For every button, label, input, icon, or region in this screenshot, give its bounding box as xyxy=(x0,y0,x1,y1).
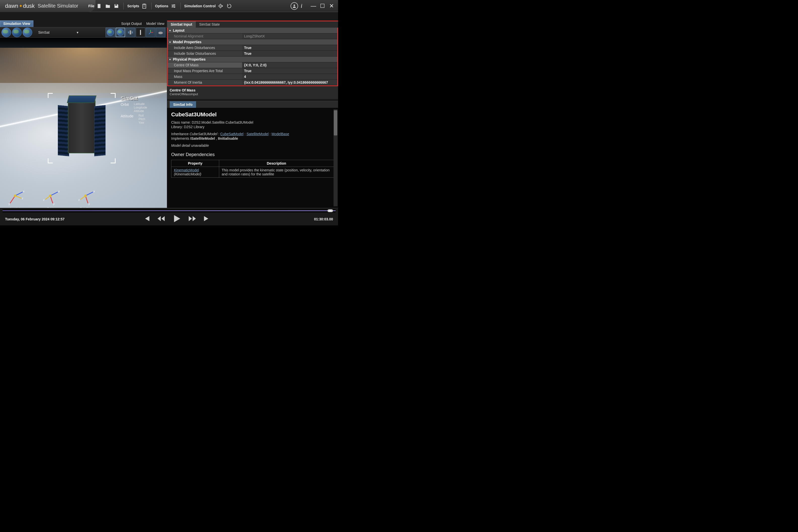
globe-view-1-icon[interactable] xyxy=(1,27,11,37)
tab-model-view[interactable]: Model View xyxy=(146,22,164,26)
prop-val-total[interactable]: True xyxy=(242,68,337,74)
hud-roll: Roll xyxy=(138,114,145,117)
svg-text:z: z xyxy=(22,197,23,200)
axes-indicators: xyz Inertial xyz Orbit xyz Satellite xyxy=(5,188,95,208)
svg-rect-11 xyxy=(174,6,175,7)
menu-file[interactable]: File xyxy=(88,4,94,8)
svg-line-37 xyxy=(86,192,93,196)
timeline[interactable] xyxy=(2,209,336,213)
prop-val-solar[interactable]: True xyxy=(242,51,337,56)
property-detail: Centre Of Mass CentreOfMassInput xyxy=(167,86,338,99)
info-implements-label: Implements xyxy=(171,136,190,140)
brand-star-icon: ✦ xyxy=(19,3,23,9)
app-brand: dawn ✦ dusk Satellite Simulator xyxy=(0,3,78,9)
save-file-icon[interactable] xyxy=(113,2,120,10)
info-inh-self: CubeSat3UModel xyxy=(190,132,217,136)
maximize-button[interactable]: ☐ xyxy=(320,3,325,9)
play-button[interactable] xyxy=(171,213,182,225)
tab-simsat-input[interactable]: SimSat Input xyxy=(167,21,196,27)
info-library-label: Library: xyxy=(171,125,184,129)
svg-rect-9 xyxy=(174,4,175,5)
rewind-button[interactable] xyxy=(157,214,165,224)
reset-icon[interactable] xyxy=(226,2,233,10)
close-button[interactable]: ✕ xyxy=(328,3,335,9)
clipboard-icon[interactable] xyxy=(141,2,148,10)
skip-start-button[interactable] xyxy=(142,214,151,224)
prop-val-aero[interactable]: True xyxy=(242,45,337,51)
prop-key-moi[interactable]: Moment Of Inertia xyxy=(168,80,242,85)
tab-simsat-info[interactable]: SimSat Info xyxy=(170,101,196,108)
skip-end-button[interactable] xyxy=(203,214,211,224)
prop-val-moi[interactable]: {Ixx:0.0418666666666667, Iyy:0.041866666… xyxy=(242,80,337,85)
property-detail-title: Centre Of Mass xyxy=(170,88,336,92)
dep-th-description: Description xyxy=(219,160,334,167)
prop-key-solar[interactable]: Include Solar Disturbances xyxy=(168,51,242,56)
section-layout[interactable]: ▾Layout xyxy=(168,27,337,34)
table-row: KinematicModel(KinematicModel) This mode… xyxy=(171,167,334,178)
svg-rect-3 xyxy=(143,3,145,4)
tool-earth-closeup-icon[interactable] xyxy=(116,27,125,37)
user-avatar-icon[interactable] xyxy=(290,2,298,10)
hud-longitude: Longitude xyxy=(134,106,147,109)
svg-rect-16 xyxy=(128,32,129,34)
section-physical-properties[interactable]: ▾Physical Properties xyxy=(168,57,337,62)
hud-pitch: Pitch xyxy=(138,117,145,121)
info-owner-deps-heading: Owner Dependencies xyxy=(171,152,334,157)
prop-key-com[interactable]: Centre Of Mass xyxy=(168,62,242,68)
svg-text:x: x xyxy=(94,190,95,193)
tab-simulation-view[interactable]: Simulation View xyxy=(0,20,34,27)
open-file-icon[interactable] xyxy=(104,2,111,10)
info-icon[interactable]: i xyxy=(301,2,302,9)
scrollbar-thumb[interactable] xyxy=(334,110,337,135)
prop-key-nominal-alignment[interactable]: Nominal Alignment xyxy=(168,34,242,39)
axes-orbit-label: Orbit xyxy=(40,207,60,208)
svg-rect-18 xyxy=(140,30,141,35)
prop-key-mass[interactable]: Mass xyxy=(168,74,242,79)
prop-val-nominal-alignment[interactable]: LongZShortX xyxy=(242,34,337,39)
tab-simsat-state[interactable]: SimSat State xyxy=(196,21,224,27)
property-tabs: SimSat Input SimSat State xyxy=(167,21,338,27)
info-inh-link-1[interactable]: CubeSatModel xyxy=(220,132,244,136)
dep-prop-link[interactable]: KinematicModel xyxy=(174,168,199,172)
simulation-viewport[interactable]: SimSat Orbit Latitude Longitude Altitude… xyxy=(0,38,167,208)
info-inh-link-3[interactable]: ModelBase xyxy=(271,132,289,136)
globe-view-3-icon[interactable] xyxy=(23,27,32,37)
inertial-axes-icon: xyz xyxy=(5,188,25,206)
menu-scripts[interactable]: Scripts xyxy=(127,4,139,8)
menu-simulation-control[interactable]: Simulation Control xyxy=(184,4,216,8)
brand-dusk: dusk xyxy=(23,3,35,9)
fastforward-button[interactable] xyxy=(188,214,196,224)
tool-divider-icon[interactable] xyxy=(136,27,145,37)
gear-play-icon[interactable] xyxy=(217,2,224,10)
playback-elapsed: 01:30:03.00 xyxy=(268,217,333,221)
tool-satellite-icon[interactable] xyxy=(126,27,135,37)
info-inh-link-2[interactable]: SatelliteModel xyxy=(247,132,269,136)
info-impl-1: ISatelliteModel xyxy=(190,136,215,140)
tool-axes-icon[interactable] xyxy=(146,27,155,37)
properties-pane: SimSat Input SimSat State ▾Layout Nomina… xyxy=(167,20,338,208)
dep-desc: This model provides the kinematic state … xyxy=(219,167,334,178)
prop-val-com[interactable]: {X:0, Y:0, Z:0} xyxy=(242,62,337,68)
titlebar: dawn ✦ dusk Satellite Simulator File Scr… xyxy=(0,0,338,12)
timeline-knob[interactable] xyxy=(327,209,333,212)
svg-text:y: y xyxy=(89,203,90,205)
tool-cloud-icon[interactable] xyxy=(156,27,165,37)
new-file-icon[interactable] xyxy=(96,2,103,10)
minimize-button[interactable]: — xyxy=(310,3,317,9)
sliders-icon[interactable] xyxy=(170,2,177,10)
prop-key-aero[interactable]: Include Aero Disturbances xyxy=(168,45,242,51)
scrollbar[interactable] xyxy=(334,109,338,206)
info-title: CubeSat3UModel xyxy=(171,111,334,118)
prop-val-mass[interactable]: 4 xyxy=(242,74,337,79)
simulation-toolbar: SimSat ▾ xyxy=(0,27,167,38)
svg-text:x: x xyxy=(23,190,24,193)
menu-options[interactable]: Options xyxy=(155,4,168,8)
tab-script-output[interactable]: Script Output xyxy=(121,22,142,26)
satellite-selector[interactable]: SimSat ▾ xyxy=(38,31,78,34)
dep-prop-sub: (KinematicModel) xyxy=(174,172,201,176)
tool-earth-icon[interactable] xyxy=(106,27,115,37)
brand-dawn: dawn xyxy=(5,3,18,9)
section-model-properties[interactable]: ▾Model Properties xyxy=(168,39,337,45)
globe-view-2-icon[interactable] xyxy=(12,27,22,37)
prop-key-total[interactable]: Input Mass Properties Are Total xyxy=(168,68,242,74)
